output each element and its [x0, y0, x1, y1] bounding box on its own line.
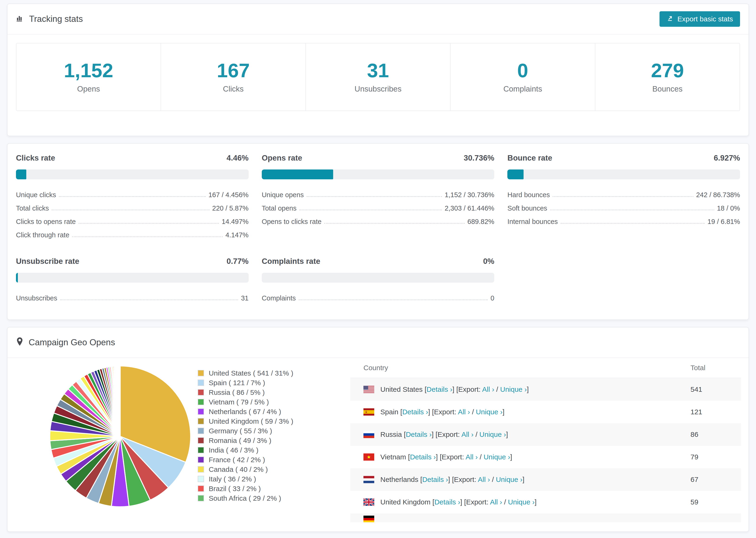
- legend-item: India ( 46 / 3% ): [198, 445, 350, 455]
- dotted-leader: [553, 196, 693, 197]
- progress-bar: [262, 170, 495, 179]
- details-link[interactable]: Details ›: [410, 453, 436, 461]
- stat-value: 167: [217, 61, 250, 80]
- legend-swatch: [198, 389, 204, 396]
- legend-item: Netherlands ( 67 / 4% ): [198, 407, 350, 416]
- stat-cell-complaints: 0Complaints: [451, 43, 595, 111]
- rate-row: Opens to clicks rate689.82%: [262, 213, 495, 227]
- legend-swatch: [198, 428, 204, 434]
- country-flag-es: [363, 408, 374, 416]
- legend-swatch: [198, 418, 204, 424]
- legend-item: United Kingdom ( 59 / 3% ): [198, 416, 350, 426]
- total-cell: 86: [690, 430, 741, 439]
- rate-row: Soft bounces18 / 0%: [507, 200, 740, 213]
- details-link[interactable]: Details ›: [427, 385, 453, 393]
- legend-swatch: [198, 495, 204, 501]
- export-all-link[interactable]: All ›: [490, 498, 502, 506]
- stat-label: Opens: [77, 84, 100, 93]
- table-row-ru: Russia [Details ›] [Export: All › / Uniq…: [350, 423, 741, 446]
- table-row-es: Spain [Details ›] [Export: All › / Uniqu…: [350, 401, 741, 423]
- legend-swatch: [198, 457, 204, 463]
- rate-head: Unsubscribe rate0.77%: [16, 257, 249, 266]
- export-all-link[interactable]: All ›: [482, 385, 495, 393]
- rate-row: Total opens2,303 / 61.446%: [262, 200, 495, 213]
- header-divider: [8, 34, 748, 34]
- export-unique-link[interactable]: Unique ›: [479, 430, 506, 438]
- geo-table: Country Total United States [Details ›] …: [350, 358, 741, 522]
- rate-row: Unsubscribes31: [16, 290, 249, 303]
- export-unique-link[interactable]: Unique ›: [496, 476, 522, 483]
- rate-head: Clicks rate4.46%: [16, 153, 249, 162]
- stat-label: Unsubscribes: [354, 84, 402, 93]
- country-flag-nl: [363, 476, 374, 483]
- legend-item: Canada ( 40 / 2% ): [198, 464, 350, 474]
- export-all-link[interactable]: All ›: [461, 430, 473, 438]
- geo-legend: United States ( 541 / 31% )Spain ( 121 /…: [198, 358, 350, 522]
- rate-row: Internal bounces19 / 6.81%: [507, 213, 740, 227]
- dotted-leader: [324, 223, 465, 224]
- country-cell-text: United Kingdom [Details ›] [Export: All …: [380, 498, 536, 506]
- rate-section-complaints-rate: Complaints rate0%Complaints0: [262, 257, 495, 303]
- details-link[interactable]: Details ›: [434, 498, 460, 506]
- column-header-total: Total: [690, 364, 741, 372]
- dotted-leader: [72, 237, 223, 237]
- legend-item: Germany ( 55 / 3% ): [198, 426, 350, 436]
- legend-item: Russia ( 86 / 5% ): [198, 388, 350, 397]
- column-header-country: Country: [350, 364, 690, 372]
- rate-section-opens-rate: Opens rate30.736%Unique opens1,152 / 30.…: [262, 153, 495, 240]
- rates-grid: Clicks rate4.46%Unique clicks167 / 4.456…: [16, 153, 740, 303]
- total-cell: 121: [690, 408, 741, 416]
- tracking-stats-title-wrap: Tracking stats: [16, 14, 83, 24]
- dotted-leader: [60, 299, 238, 300]
- country-flag-us: [363, 386, 374, 393]
- details-link[interactable]: Details ›: [406, 430, 432, 438]
- dotted-leader: [59, 196, 206, 197]
- stat-value: 279: [651, 61, 684, 80]
- export-unique-link[interactable]: Unique ›: [500, 385, 527, 393]
- rate-row: Total clicks220 / 5.87%: [16, 200, 249, 213]
- details-link[interactable]: Details ›: [422, 476, 448, 483]
- legend-swatch: [198, 408, 204, 415]
- legend-swatch: [198, 476, 204, 482]
- legend-item: Vietnam ( 79 / 5% ): [198, 397, 350, 407]
- dotted-leader: [561, 223, 705, 224]
- stat-label: Clicks: [223, 84, 244, 93]
- legend-item: Spain ( 121 / 7% ): [198, 378, 350, 388]
- legend-item: Romania ( 49 / 3% ): [198, 436, 350, 445]
- geo-title-wrap: Campaign Geo Opens: [16, 337, 115, 348]
- stat-label: Complaints: [503, 84, 542, 93]
- dotted-leader: [299, 210, 442, 210]
- country-flag-ru: [363, 431, 374, 438]
- rate-row: Unique opens1,152 / 30.736%: [262, 187, 495, 200]
- stat-label: Bounces: [652, 84, 682, 93]
- table-row-vn: Vietnam [Details ›] [Export: All › / Uni…: [350, 446, 741, 468]
- total-cell: 79: [690, 453, 741, 461]
- export-icon: [667, 15, 674, 24]
- export-all-link[interactable]: All ›: [458, 408, 470, 416]
- stat-cell-opens: 1,152Opens: [17, 43, 161, 111]
- export-all-link[interactable]: All ›: [465, 453, 478, 461]
- country-cell-text: Netherlands [Details ›] [Export: All › /…: [380, 476, 524, 484]
- progress-bar: [262, 273, 495, 283]
- table-row-nl: Netherlands [Details ›] [Export: All › /…: [350, 468, 741, 491]
- rate-row: Unique clicks167 / 4.456%: [16, 187, 249, 200]
- legend-item: Brazil ( 33 / 2% ): [198, 484, 350, 493]
- legend-swatch: [198, 437, 204, 444]
- stat-value: 31: [367, 61, 389, 80]
- rate-row: Hard bounces242 / 86.738%: [507, 187, 740, 200]
- legend-swatch: [198, 380, 204, 386]
- stat-cell-bounces: 279Bounces: [595, 43, 739, 111]
- table-row-gb: United Kingdom [Details ›] [Export: All …: [350, 491, 741, 513]
- rate-row: Clicks to opens rate14.497%: [16, 213, 249, 227]
- page: Tracking stats Export basic stats 1,152O…: [0, 0, 756, 532]
- geo-table-body: United States [Details ›] [Export: All ›…: [350, 378, 741, 522]
- legend-swatch: [198, 485, 204, 492]
- export-unique-link[interactable]: Unique ›: [476, 408, 503, 416]
- geo-pie-chart: [8, 358, 198, 522]
- legend-swatch: [198, 399, 204, 405]
- export-unique-link[interactable]: Unique ›: [508, 498, 535, 506]
- export-unique-link[interactable]: Unique ›: [484, 453, 510, 461]
- export-all-link[interactable]: All ›: [478, 476, 490, 483]
- export-basic-stats-button[interactable]: Export basic stats: [660, 11, 740, 27]
- details-link[interactable]: Details ›: [402, 408, 428, 416]
